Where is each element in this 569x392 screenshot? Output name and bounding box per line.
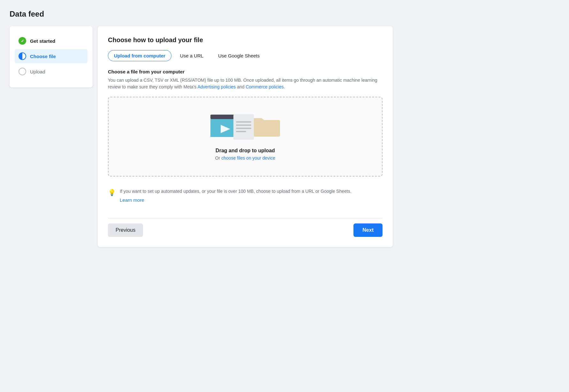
section-desc: You can upload a CSV, TSV or XML (RSS/AT… — [108, 77, 383, 90]
tab-bar: Upload from computer Use a URL Use Googl… — [108, 50, 383, 61]
video-file-icon — [210, 115, 237, 139]
svg-rect-6 — [236, 128, 251, 129]
drop-zone-icons — [210, 113, 280, 141]
tip-text-container: If you want to set up automated updates,… — [120, 188, 352, 204]
svg-rect-3 — [233, 114, 254, 140]
content-title: Choose how to upload your file — [108, 36, 383, 44]
learn-more-link[interactable]: Learn more — [120, 197, 352, 204]
lightbulb-icon: 💡 — [108, 189, 116, 196]
commerce-policies-link[interactable]: Commerce policies — [246, 84, 284, 89]
drop-zone-sub-text: Or — [215, 155, 221, 161]
content-panel: Choose how to upload your file Upload fr… — [98, 26, 393, 247]
sidebar-item-upload[interactable]: Upload — [15, 64, 87, 79]
choose-file-icon — [19, 52, 26, 60]
tip-text: If you want to set up automated updates,… — [120, 189, 352, 194]
tab-use-google-sheets[interactable]: Use Google Sheets — [212, 50, 266, 61]
svg-rect-8 — [252, 120, 280, 137]
page-title: Data feed — [10, 10, 559, 19]
section-desc-text3: . — [284, 84, 285, 89]
tab-use-url[interactable]: Use a URL — [174, 50, 209, 61]
drop-zone-sub: Or choose files on your device — [215, 155, 275, 161]
folder-icon — [252, 116, 280, 139]
sidebar-item-label-choose-file: Choose file — [30, 54, 56, 59]
sidebar-item-label-upload: Upload — [30, 69, 45, 74]
main-container: Get started Choose file Upload Choose ho… — [10, 26, 393, 247]
sidebar-item-get-started[interactable]: Get started — [15, 34, 87, 48]
sidebar-item-label-get-started: Get started — [30, 38, 55, 44]
svg-rect-7 — [236, 131, 246, 132]
drop-zone[interactable]: Drag and drop to upload Or choose files … — [108, 97, 383, 177]
svg-rect-0 — [210, 115, 236, 119]
sidebar: Get started Choose file Upload — [10, 26, 93, 87]
advertising-policies-link[interactable]: Advertising policies — [197, 84, 236, 89]
drop-zone-label: Drag and drop to upload — [216, 148, 275, 154]
document-icon — [233, 114, 254, 140]
upload-icon — [19, 68, 26, 75]
next-button[interactable]: Next — [353, 223, 383, 237]
choose-files-link[interactable]: choose files on your device — [221, 155, 275, 161]
get-started-icon — [19, 37, 26, 45]
svg-rect-4 — [236, 121, 251, 123]
section-desc-text2: and — [236, 84, 246, 89]
footer-buttons: Previous Next — [108, 218, 383, 237]
tip-box: 💡 If you want to set up automated update… — [108, 184, 383, 208]
sidebar-item-choose-file[interactable]: Choose file — [15, 49, 87, 63]
tab-upload-computer[interactable]: Upload from computer — [108, 50, 171, 61]
previous-button[interactable]: Previous — [108, 223, 143, 237]
section-heading: Choose a file from your computer — [108, 69, 383, 74]
svg-rect-5 — [236, 124, 251, 126]
